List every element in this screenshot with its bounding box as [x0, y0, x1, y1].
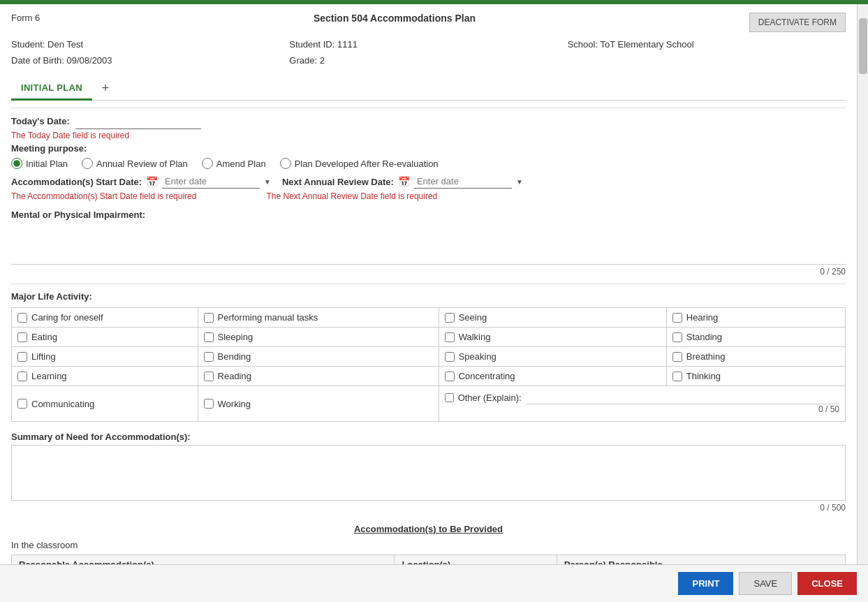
next-annual-error: The Next Annual Review Date field is req… — [266, 191, 437, 201]
accommodations-title: Accommodation(s) to Be Provided — [11, 524, 846, 534]
todays-date-error: The Today Date field is required — [11, 131, 846, 140]
next-annual-calendar-icon[interactable]: 📅 — [398, 176, 410, 187]
checkbox-eating[interactable] — [17, 332, 27, 342]
checkbox-cell: Standing — [666, 328, 845, 347]
print-button[interactable]: PRINT — [678, 572, 733, 595]
tab-initial-plan[interactable]: INITIAL PLAN — [11, 77, 92, 101]
summary-textarea[interactable] — [11, 445, 846, 501]
checkbox-lifting-label: Lifting — [31, 351, 56, 362]
school-name: ToT Elementary School — [600, 39, 693, 50]
checkbox-eating-label: Eating — [31, 332, 57, 342]
radio-group: Initial Plan Annual Review of Plan Amend… — [11, 158, 846, 169]
radio-initial-plan[interactable]: Initial Plan — [11, 158, 68, 169]
mental-impairment-textarea[interactable] — [11, 223, 846, 265]
checkbox-working-label: Working — [218, 399, 251, 409]
checkbox-lifting[interactable] — [17, 352, 27, 362]
bottom-bar: PRINT SAVE CLOSE — [0, 564, 868, 602]
checkbox-standing[interactable] — [672, 332, 682, 342]
major-life-label: Major Life Activity: — [11, 291, 846, 302]
next-annual-label: Next Annual Review Date: — [282, 177, 394, 187]
radio-amend-plan[interactable]: Amend Plan — [202, 158, 266, 169]
page-title: Section 504 Accommodations Plan — [314, 13, 476, 24]
scrollbar-thumb[interactable] — [859, 18, 867, 74]
checkbox-bending-label: Bending — [218, 351, 251, 362]
checkbox-walking[interactable] — [445, 332, 455, 342]
checkbox-cell: Breathing — [666, 347, 845, 367]
accom-start-dropdown-icon[interactable]: ▼ — [264, 178, 271, 186]
checkbox-learning[interactable] — [17, 372, 27, 381]
todays-date-input[interactable] — [75, 115, 201, 129]
checkbox-cell: Thinking — [666, 367, 845, 386]
checkbox-manual-label: Performing manual tasks — [218, 312, 318, 323]
checkbox-speaking[interactable] — [445, 352, 455, 362]
mental-impairment-label: Mental or Physical Impairment: — [11, 210, 846, 220]
mental-impairment-char: 0 / 250 — [11, 267, 846, 277]
checkbox-cell: Hearing — [666, 308, 845, 328]
table-row: Eating Sleeping Walking — [12, 328, 846, 347]
radio-reeval[interactable]: Plan Developed After Re-evaluation — [280, 158, 439, 169]
radio-initial-label: Initial Plan — [26, 159, 68, 169]
checkbox-communicating-label: Communicating — [31, 399, 94, 409]
checkbox-hearing[interactable] — [672, 313, 682, 323]
checkbox-learning-label: Learning — [31, 371, 67, 381]
tab-add-button[interactable]: + — [95, 78, 117, 98]
student-id: 1111 — [337, 39, 358, 50]
checkbox-concentrating[interactable] — [445, 372, 455, 381]
accom-start-error: The Accommodation(s) Start Date field is… — [11, 191, 196, 201]
next-annual-input[interactable] — [414, 175, 512, 189]
radio-annual-label: Annual Review of Plan — [96, 159, 188, 169]
radio-annual-review[interactable]: Annual Review of Plan — [82, 158, 188, 169]
radio-reeval-label: Plan Developed After Re-evaluation — [295, 159, 439, 169]
summary-char: 0 / 500 — [11, 503, 846, 513]
checkbox-other[interactable] — [445, 393, 454, 402]
checkbox-cell-other: Other (Explain): 0 / 50 — [439, 386, 845, 422]
checkbox-cell: Communicating — [12, 386, 198, 422]
student-id-label: Student ID: — [289, 39, 334, 50]
accom-start-input[interactable] — [162, 175, 260, 189]
checkbox-seeing-label: Seeing — [459, 312, 487, 323]
next-annual-dropdown-icon[interactable]: ▼ — [516, 178, 523, 186]
checkbox-reading-label: Reading — [218, 371, 251, 381]
table-row: Communicating Working Other (Explain): — [12, 386, 846, 422]
save-button[interactable]: SAVE — [739, 572, 792, 595]
checkbox-cell: Caring for oneself — [12, 308, 198, 328]
checkbox-cell: Concentrating — [439, 367, 666, 386]
meeting-purpose-label: Meeting purpose: — [11, 143, 846, 154]
other-explain-input[interactable] — [526, 390, 839, 404]
major-life-table: Caring for oneself Performing manual tas… — [11, 307, 846, 422]
checkbox-sleeping[interactable] — [204, 332, 214, 342]
checkbox-breathing[interactable] — [672, 352, 682, 362]
checkbox-cell: Reading — [198, 367, 439, 386]
form-label: Form 6 — [11, 13, 40, 23]
checkbox-cell: Sleeping — [198, 328, 439, 347]
checkbox-seeing[interactable] — [445, 313, 455, 323]
checkbox-hearing-label: Hearing — [686, 312, 719, 323]
other-char: 0 / 50 — [445, 404, 839, 414]
accom-start-calendar-icon[interactable]: 📅 — [146, 176, 158, 187]
checkbox-cell: Eating — [12, 328, 198, 347]
student-name: Den Test — [47, 39, 83, 50]
checkbox-communicating[interactable] — [17, 399, 27, 409]
checkbox-speaking-label: Speaking — [459, 351, 496, 362]
checkbox-standing-label: Standing — [686, 332, 722, 342]
divider — [11, 108, 846, 108]
checkbox-sleeping-label: Sleeping — [218, 332, 253, 342]
close-button[interactable]: CLOSE — [797, 572, 857, 595]
checkbox-working[interactable] — [204, 399, 214, 409]
checkbox-reading[interactable] — [204, 372, 214, 381]
deactivate-button[interactable]: DEACTIVATE FORM — [749, 13, 846, 32]
checkbox-caring-label: Caring for oneself — [31, 312, 103, 323]
scrollbar[interactable] — [857, 4, 868, 602]
checkbox-thinking[interactable] — [672, 372, 682, 381]
summary-label: Summary of Need for Accommodation(s): — [11, 432, 846, 442]
checkbox-manual[interactable] — [204, 313, 214, 323]
checkbox-other-label: Other (Explain): — [458, 392, 522, 403]
grade-label: Grade: — [289, 55, 317, 66]
checkbox-bending[interactable] — [204, 352, 214, 362]
student-label: Student: — [11, 39, 45, 50]
checkbox-cell: Performing manual tasks — [198, 308, 439, 328]
dob-value: 09/08/2003 — [67, 55, 112, 66]
table-row: Caring for oneself Performing manual tas… — [12, 308, 846, 328]
checkbox-cell: Seeing — [439, 308, 666, 328]
checkbox-caring[interactable] — [17, 313, 27, 323]
